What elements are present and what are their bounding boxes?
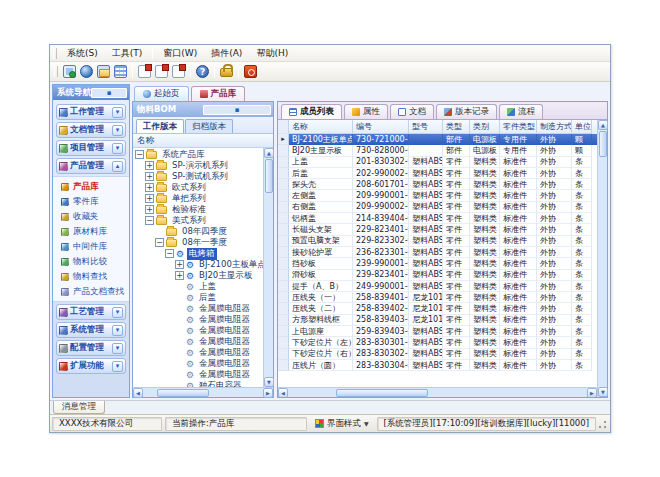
tree-node[interactable]: ⚙金属膜电阻器 (133, 336, 263, 347)
tree-vscroll-thumb[interactable] (265, 159, 273, 193)
help-icon[interactable] (196, 65, 209, 78)
chevron-down-icon[interactable]: ▾ (112, 107, 123, 118)
lock-icon[interactable] (220, 68, 233, 77)
globe-icon[interactable] (80, 65, 93, 78)
tree-node[interactable]: ⚙金属膜电阻器 (133, 303, 263, 314)
detail-tab-文档[interactable]: 文档 (390, 104, 434, 119)
tree-node[interactable]: −美式系列 (133, 215, 263, 226)
tree-hscroll-thumb[interactable] (157, 389, 209, 397)
table-vertical-scrollbar[interactable]: ▲ ▼ (597, 120, 607, 397)
expand-plus-icon[interactable]: + (145, 183, 154, 192)
detail-tab-版本记录[interactable]: 版本记录 (436, 104, 497, 119)
message-manager-tab[interactable]: 消息管理 (53, 401, 105, 414)
nav-item-中间件库[interactable]: 中间件库 (53, 239, 129, 254)
ui-style-button[interactable]: 界面样式 ▼ (310, 417, 374, 431)
doc-delete-icon[interactable] (172, 65, 185, 78)
expand-plus-icon[interactable]: + (145, 205, 154, 214)
table-row[interactable]: 上盖201-830302-00X塑料ABS零件塑料类标准件外协条 (278, 157, 597, 168)
tree-node[interactable]: +⚙BJ20主显示板 (133, 270, 263, 281)
nav-item-原材料库[interactable]: 原材料库 (53, 224, 129, 239)
expand-plus-icon[interactable]: + (145, 161, 154, 170)
column-header-制造方式[interactable]: 制造方式 (537, 120, 572, 134)
tree-node[interactable]: 08年四季度 (133, 226, 263, 237)
menu-item-4[interactable]: 插件(A) (204, 46, 249, 61)
nav-group-1[interactable]: 工作管理▾ (56, 104, 126, 120)
doc-tab-起始页[interactable]: 起始页 (134, 86, 189, 101)
table-vscroll-thumb[interactable] (599, 131, 607, 157)
doc-new-icon[interactable] (138, 65, 151, 78)
chevron-up-icon[interactable]: ▴ (112, 161, 123, 172)
version-tab-工作版本[interactable]: 工作版本 (136, 119, 184, 133)
tree-node[interactable]: +SP-测试机系列 (133, 171, 263, 182)
column-header-类别[interactable]: 类别 (470, 120, 500, 134)
table-row[interactable]: 上电源座259-839403-00X塑料ABS零件塑料类标准件外协条 (278, 326, 597, 337)
table-row[interactable]: 压线夹（二）258-839402-00X尼龙1010零件塑料类标准件外协条 (278, 303, 597, 314)
tree-node[interactable]: ⚙金属膜电阻器 (133, 325, 263, 336)
tree-vertical-scrollbar[interactable]: ▲ ▼ (263, 148, 273, 387)
resize-grip[interactable] (596, 418, 608, 430)
bom-pin-button[interactable]: ▪ (203, 105, 271, 115)
menu-item-3[interactable]: 窗口(W) (156, 46, 204, 61)
tree-node[interactable]: −08年一季度 (133, 237, 263, 248)
monitor-icon[interactable] (63, 65, 76, 78)
table-row[interactable]: 下砂定位片（右）283-830302-00X塑料ABS零件塑料类标准件外协条 (278, 349, 597, 360)
scroll-left-icon[interactable]: ◀ (278, 388, 288, 397)
toolbar-grip[interactable] (54, 66, 58, 77)
column-header-型号[interactable]: 型号 (409, 120, 443, 134)
report-icon[interactable] (114, 65, 127, 78)
collapse-minus-icon[interactable]: − (145, 216, 154, 225)
nav-group-5[interactable]: 工艺管理▾ (56, 304, 126, 320)
table-row[interactable]: 后盖202-990002-01X塑料ABS零件塑料类标准件外协条 (278, 168, 597, 179)
expand-plus-icon[interactable]: + (175, 271, 184, 280)
scroll-up-icon[interactable]: ▲ (264, 148, 274, 158)
nav-group-8[interactable]: 扩展功能▾ (56, 358, 126, 374)
collapse-minus-icon[interactable]: − (135, 150, 144, 159)
doc-edit-icon[interactable] (155, 65, 168, 78)
table-row[interactable]: 滑砂板239-823401-00X塑料ABS零件塑料类标准件外协条 (278, 270, 597, 281)
table-row[interactable]: 压线夹（一）258-839401-00X尼龙1010零件塑料类标准件外协条 (278, 292, 597, 303)
nav-group-3[interactable]: 项目管理▾ (56, 140, 126, 156)
column-header-零件类型[interactable]: 零件类型 (500, 120, 537, 134)
chevron-down-icon[interactable]: ▾ (112, 143, 123, 154)
table-row[interactable]: 提手（A、B）249-990001-01X塑料ABS零件塑料类标准件外协条 (278, 281, 597, 292)
tree-column-header[interactable]: 名称 (133, 134, 273, 148)
nav-item-物料比较[interactable]: 物料比较 (53, 254, 129, 269)
table-row[interactable]: 铝柄盖214-839404-01X塑料ABS零件塑料类标准件外协条 (278, 213, 597, 224)
expand-plus-icon[interactable]: + (175, 260, 184, 269)
table-row[interactable]: BJ20主显示板730-828000-04X部件电源板专用件外协颗 (278, 145, 597, 156)
chevron-down-icon[interactable]: ▾ (112, 343, 123, 354)
column-header-编号[interactable]: 编号 (353, 120, 409, 134)
tree-node[interactable]: ⚙金属膜电阻器 (133, 347, 263, 358)
nav-group-6[interactable]: 系统管理▾ (56, 322, 126, 338)
tree-node[interactable]: +单把系列 (133, 193, 263, 204)
chevron-down-icon[interactable]: ▾ (112, 307, 123, 318)
scroll-up-icon[interactable]: ▲ (598, 120, 608, 130)
nav-item-零件库[interactable]: 零件库 (53, 194, 129, 209)
tree-node[interactable]: +欧式系列 (133, 182, 263, 193)
expand-plus-icon[interactable]: + (145, 194, 154, 203)
expand-plus-icon[interactable]: + (145, 172, 154, 181)
table-row[interactable]: 右侧盖209-990002-01X塑料ABS零件塑料类标准件外协条 (278, 202, 597, 213)
exit-icon[interactable] (244, 65, 257, 78)
scroll-down-icon[interactable]: ▼ (598, 387, 608, 397)
tree-node[interactable]: ⚙后盖 (133, 292, 263, 303)
nav-group-2[interactable]: 文档管理▾ (56, 122, 126, 138)
scroll-left-icon[interactable]: ◀ (133, 388, 143, 398)
table-row[interactable]: 接砂轮护罩236-823301-00X塑料ABS零件塑料类标准件外协条 (278, 247, 597, 258)
nav-group-7[interactable]: 配置管理▾ (56, 340, 126, 356)
doc-tab-产品库[interactable]: 产品库 (191, 86, 246, 101)
scroll-right-icon[interactable]: ▶ (587, 388, 597, 397)
version-tab-归档版本[interactable]: 归档版本 (185, 119, 233, 133)
scroll-down-icon[interactable]: ▼ (264, 377, 274, 387)
table-row[interactable]: 压线片（圆）283-830304-00X塑料ABS零件塑料类标准件外协条 (278, 360, 597, 371)
table-row[interactable]: 挡砂板239-990001-01X塑料ABS零件塑料类标准件外协条 (278, 258, 597, 269)
chevron-down-icon[interactable]: ▾ (112, 325, 123, 336)
table-row[interactable]: 方形塑料线框258-839403-00X尼龙1010零件塑料类标准件外协条 (278, 315, 597, 326)
tree-node[interactable]: +检验标准 (133, 204, 263, 215)
menu-item-1[interactable]: 系统(S) (60, 46, 105, 61)
nav-group-4[interactable]: 产品管理▴ (56, 158, 126, 174)
tree-node[interactable]: ⚙金属膜电阻器 (133, 369, 263, 380)
collapse-minus-icon[interactable]: − (165, 249, 174, 258)
detail-tab-成员列表[interactable]: 成员列表 (281, 104, 342, 119)
tree-node[interactable]: −系统产品库 (133, 149, 263, 160)
